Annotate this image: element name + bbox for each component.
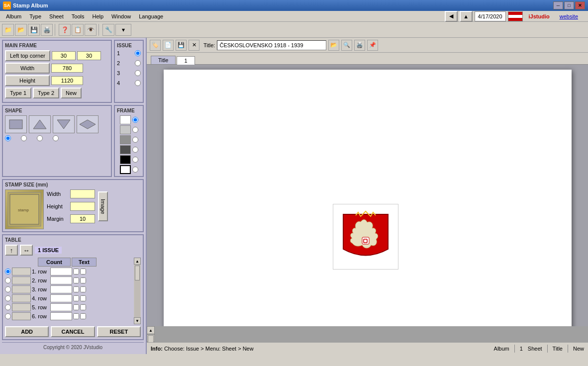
row-2-radio[interactable] [5,277,11,283]
top-val-input[interactable] [77,51,101,60]
issue-3-radio[interactable] [135,70,141,76]
type2-button[interactable]: Type 2 [33,88,59,98]
new-frame-button[interactable]: New [61,88,82,98]
arrow-up-button[interactable]: ↑ [5,245,18,256]
left-top-corner-button[interactable]: Left top corner [5,50,50,61]
row-2-input[interactable] [12,276,31,284]
issue-1-radio[interactable] [135,50,141,56]
row-3-count[interactable] [50,285,72,293]
row-3-check1[interactable] [73,286,79,292]
row-5-input[interactable] [12,303,31,311]
issue-4-radio[interactable] [135,80,141,86]
website-link[interactable]: website [556,12,582,20]
toolbar-btn-extra1[interactable]: 🔧 [102,24,114,36]
row-4-count[interactable] [50,294,72,302]
row-1-radio[interactable] [5,269,11,274]
sheet-btn-delete[interactable]: ✕ [189,40,199,51]
menu-type[interactable]: Type [25,12,45,20]
sheet-btn-folder[interactable]: 📂 [328,40,339,51]
height-input[interactable] [51,76,83,85]
row-5-check1[interactable] [73,304,79,310]
width-button[interactable]: Width [5,63,50,74]
height-button[interactable]: Height [5,75,50,86]
row-1-check1[interactable] [73,269,79,274]
sheet-btn-pin[interactable]: 📌 [367,40,378,51]
row-3-input[interactable] [12,285,31,293]
image-button[interactable]: Image [98,191,108,221]
type1-button[interactable]: Type 1 [5,88,31,98]
row-6-input[interactable] [12,312,31,320]
scroll-thumb[interactable] [135,266,140,280]
row-6-check2[interactable] [80,313,86,319]
stamp-margin-input[interactable] [70,214,95,223]
maximize-button[interactable]: □ [564,1,574,9]
frame-radio-6[interactable] [132,167,138,173]
frame-radio-1[interactable] [132,117,138,123]
minimize-button[interactable]: ─ [553,1,563,9]
row-2-check1[interactable] [73,277,79,283]
shape-triangle-down[interactable] [53,115,75,133]
arrow-right-button[interactable]: ↔ [20,245,33,256]
cancel-button[interactable]: CANCEL [51,326,95,337]
sheet-btn-new[interactable]: 📄 [163,40,174,51]
sheet-title-input[interactable] [217,40,326,50]
right-scroll-thumb[interactable] [148,335,154,342]
menu-album[interactable]: Album [2,12,25,20]
row-6-check1[interactable] [73,313,79,319]
width-input[interactable] [51,64,83,73]
stamp-height-input[interactable] [70,202,95,211]
row-2-check2[interactable] [80,277,86,283]
toolbar-btn-view[interactable]: 👁️ [85,24,97,36]
frame-radio-5[interactable] [132,157,138,163]
row-1-check2[interactable] [80,269,86,274]
add-button[interactable]: ADD [5,326,49,337]
table-scrollbar[interactable]: ▲ ▼ [134,258,141,324]
frame-radio-4[interactable] [132,147,138,153]
sheet-btn-tag[interactable]: 🏷️ [150,40,161,51]
sheet-btn-print2[interactable]: 🖨️ [354,40,365,51]
menu-help[interactable]: Help [88,12,107,20]
menu-window[interactable]: Window [107,12,135,20]
menu-tools[interactable]: Tools [68,12,89,20]
toolbar-btn-open[interactable]: 📂 [15,24,27,36]
frame-radio-2[interactable] [132,127,138,133]
frame-radio-3[interactable] [132,137,138,143]
tab-title[interactable]: Title [151,56,176,64]
row-4-check1[interactable] [73,295,79,301]
row-2-count[interactable] [50,276,72,284]
shape-radio-1[interactable] [5,135,11,141]
stamp-width-input[interactable] [70,189,95,198]
menu-language[interactable]: Language [135,12,167,20]
scroll-down-arrow[interactable]: ▼ [134,317,141,324]
shape-triangle-up[interactable] [29,115,51,133]
sheet-btn-save[interactable]: 💾 [176,40,187,51]
tab-1[interactable]: 1 [177,56,195,65]
shape-radio-3[interactable] [37,135,43,141]
row-1-count[interactable] [50,268,72,275]
row-6-count[interactable] [50,312,72,320]
row-6-radio[interactable] [5,313,11,319]
toolbar-btn-clipboard[interactable]: 📋 [72,24,84,36]
toolbar-btn-print[interactable]: 🖨️ [41,24,53,36]
shape-radio-4[interactable] [53,135,59,141]
row-3-radio[interactable] [5,286,11,292]
close-button[interactable]: ✕ [575,1,585,9]
toolbar-btn-help[interactable]: ❓ [59,24,71,36]
shape-rect[interactable] [5,115,27,133]
right-scroll-up[interactable]: ▲ [147,326,155,334]
nav-up-button[interactable]: ▲ [460,11,473,22]
menu-sheet[interactable]: Sheet [45,12,68,20]
issue-2-radio[interactable] [135,60,141,66]
shape-radio-2[interactable] [21,135,27,141]
row-4-input[interactable] [12,294,31,302]
row-5-check2[interactable] [80,304,86,310]
row-5-count[interactable] [50,303,72,311]
canvas-scroll[interactable]: ČESKOSLOVENSKO [147,65,588,326]
toolbar-btn-new[interactable]: 📁 [2,24,14,36]
nav-left-button[interactable]: ◀ [445,11,458,22]
toolbar-btn-dropdown[interactable]: ▾ [115,24,131,36]
right-scrollbar[interactable]: ▲ ▼ [147,326,155,342]
row-3-check2[interactable] [80,286,86,292]
left-val-input[interactable] [52,51,76,60]
toolbar-btn-save[interactable]: 💾 [28,24,40,36]
